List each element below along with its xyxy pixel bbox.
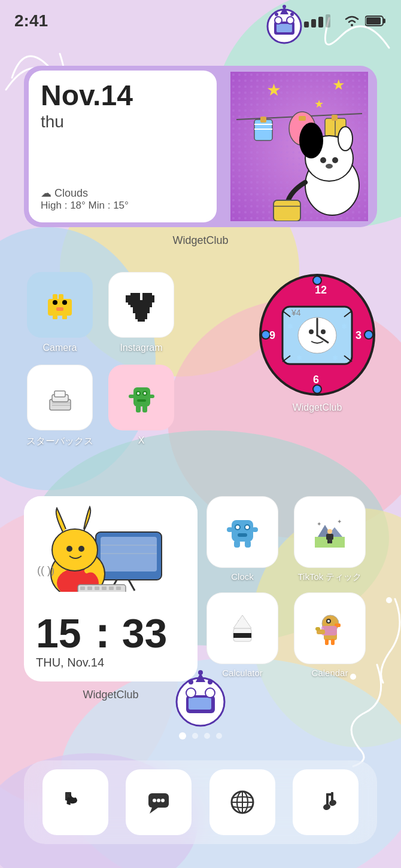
- clock-widget-label: WidgetClub: [293, 402, 342, 413]
- svg-point-19: [290, 13, 294, 16]
- svg-rect-137: [227, 527, 233, 532]
- svg-rect-139: [234, 540, 240, 548]
- tiktok-app[interactable]: ✦ ✦ TikTok ティック: [291, 496, 369, 583]
- instagram-icon: [125, 289, 158, 322]
- svg-point-169: [205, 688, 215, 698]
- safari-dock-icon[interactable]: [209, 769, 275, 835]
- svg-text:✦: ✦: [337, 518, 342, 525]
- svg-point-104: [137, 392, 139, 395]
- svg-rect-138: [252, 527, 258, 532]
- svg-point-50: [332, 157, 338, 163]
- svg-point-172: [189, 680, 193, 684]
- svg-rect-109: [136, 405, 141, 412]
- x-icon: [125, 381, 158, 414]
- safari-icon: [227, 787, 257, 817]
- svg-point-173: [208, 680, 212, 684]
- weather-condition: ☁ Clouds: [41, 187, 205, 200]
- clock-app-icon: [224, 514, 260, 550]
- date-weather-widget: Nov.14 thu ☁ Clouds High : 18° Min : 15°…: [24, 66, 377, 227]
- svg-rect-125: [87, 586, 92, 590]
- app-right-row-2: Calculator: [203, 592, 377, 678]
- camera-icon: [42, 287, 78, 323]
- svg-rect-140: [245, 540, 251, 548]
- svg-point-168: [186, 688, 196, 698]
- svg-rect-147: [326, 534, 333, 540]
- svg-point-135: [245, 525, 249, 529]
- svg-rect-101: [133, 387, 150, 407]
- dock: [24, 760, 377, 844]
- svg-rect-39: [299, 116, 306, 121]
- svg-point-76: [364, 331, 373, 339]
- svg-point-83: [309, 329, 314, 334]
- svg-rect-136: [238, 533, 247, 537]
- svg-rect-113: [101, 537, 157, 571]
- svg-rect-98: [54, 391, 65, 397]
- svg-rect-43: [332, 115, 338, 121]
- messages-dock-icon[interactable]: [126, 769, 192, 835]
- svg-rect-71: [138, 319, 145, 322]
- svg-text:(( )): (( )): [37, 564, 54, 576]
- svg-point-14: [275, 17, 282, 24]
- phone-dock-icon[interactable]: [42, 769, 108, 835]
- clock-app[interactable]: Clock: [203, 496, 281, 583]
- page-indicator: [179, 732, 222, 739]
- camera-app[interactable]: Camera: [24, 272, 96, 353]
- svg-rect-26: [366, 17, 381, 25]
- svg-rect-61: [62, 316, 67, 319]
- svg-point-57: [53, 300, 57, 305]
- status-icons: [303, 14, 387, 27]
- page-dot-3: [204, 733, 210, 739]
- x-app[interactable]: X: [105, 365, 177, 448]
- signal-icon: [303, 14, 339, 27]
- right-app-column: Clock ✦ ✦: [203, 496, 377, 687]
- music-dock-icon[interactable]: [293, 769, 359, 835]
- svg-rect-164: [315, 627, 320, 631]
- page-dot-active: [179, 732, 186, 739]
- clock-widget-face: 12 3 6 9 ¥4 ❄ ❄ ❄ ❄: [257, 272, 377, 398]
- instagram-label: Instagram: [120, 343, 162, 353]
- svg-rect-55: [53, 294, 57, 300]
- svg-rect-149: [330, 540, 332, 543]
- page-dot-4: [216, 733, 222, 739]
- svg-text:12: 12: [315, 284, 327, 296]
- svg-point-171: [198, 670, 203, 675]
- widgetclub-logo-top: [263, 4, 305, 45]
- svg-rect-68: [130, 300, 152, 307]
- svg-rect-64: [130, 293, 140, 300]
- day-display: thu: [41, 112, 205, 132]
- svg-point-47: [299, 123, 323, 158]
- svg-text:¥4: ¥4: [291, 308, 301, 317]
- date-weather-left: Nov.14 thu ☁ Clouds High : 18° Min : 15°: [29, 71, 217, 222]
- svg-rect-131: [232, 520, 253, 542]
- svg-rect-13: [277, 24, 292, 32]
- svg-text:6: 6: [313, 374, 319, 386]
- svg-rect-22: [318, 17, 323, 27]
- messages-icon: [144, 787, 174, 817]
- weather-temp: High : 18° Min : 15°: [41, 200, 205, 212]
- svg-point-49: [320, 157, 326, 163]
- svg-rect-124: [80, 586, 85, 590]
- svg-point-122: [78, 546, 84, 552]
- svg-marker-152: [233, 615, 251, 628]
- svg-rect-69: [133, 307, 150, 313]
- clock-widget-container[interactable]: 12 3 6 9 ¥4 ❄ ❄ ❄ ❄: [257, 272, 377, 413]
- svg-rect-151: [233, 633, 251, 638]
- svg-point-75: [262, 331, 270, 339]
- svg-point-179: [157, 799, 160, 802]
- calendar-app[interactable]: Calendar: [291, 592, 369, 678]
- svg-text:❄: ❄: [287, 322, 293, 331]
- svg-rect-162: [331, 639, 335, 645]
- starbucks-label: スターバックス: [26, 435, 93, 448]
- tiktok-icon: ✦ ✦: [312, 514, 348, 550]
- svg-rect-52: [274, 200, 300, 221]
- svg-rect-56: [59, 294, 63, 300]
- starbucks-app[interactable]: スターバックス: [24, 365, 96, 448]
- time-widget: (( )) 15：33 THU, Nov.14: [24, 496, 198, 681]
- app-row-2: スターバックス X: [24, 365, 177, 448]
- instagram-app[interactable]: Instagram: [105, 272, 177, 353]
- svg-rect-167: [189, 698, 211, 710]
- svg-point-18: [275, 13, 278, 16]
- camera-label: Camera: [43, 343, 77, 353]
- calculator-app[interactable]: Calculator: [203, 592, 281, 678]
- svg-point-105: [144, 392, 146, 395]
